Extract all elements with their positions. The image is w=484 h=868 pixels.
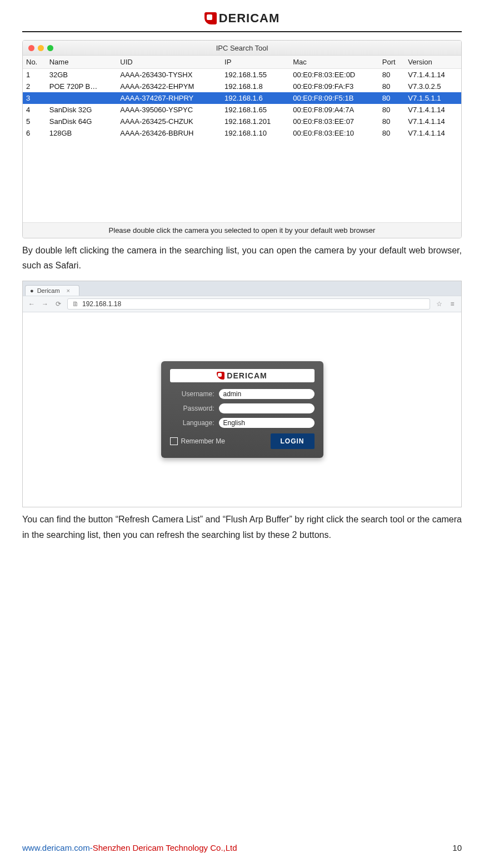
login-button-label: LOGIN (281, 437, 305, 445)
table-row[interactable]: 3AAAA-374267-RHPRY192.168.1.600:E0:F8:09… (23, 92, 461, 104)
cell-no: 2 (23, 81, 46, 92)
table-row[interactable]: 2POE 720P B…AAAA-263422-EHPYM192.168.1.8… (23, 81, 461, 92)
brand-logo: DERICAM (204, 11, 280, 26)
window-title: IPC Search Tool (23, 44, 461, 52)
cell-name: SanDisk 64G (46, 116, 117, 127)
cell-ip: 192.168.1.6 (221, 92, 290, 104)
browser-tabbar: ● Dericam × (23, 281, 461, 296)
ipc-hint: Please double click the camera you selec… (23, 222, 461, 238)
window-controls (23, 45, 53, 51)
table-row[interactable]: 4SanDisk 32GAAAA-395060-YSPYC192.168.1.6… (23, 104, 461, 116)
cell-port: 80 (379, 69, 405, 81)
cell-port: 80 (379, 92, 405, 104)
cell-ver: V7.1.4.1.14 (405, 69, 461, 81)
remember-me[interactable]: Remember Me (170, 437, 225, 445)
username-value: admin (223, 390, 242, 398)
tab-close-icon[interactable]: × (67, 287, 70, 294)
cell-no: 1 (23, 69, 46, 81)
tab-title: Dericam (37, 287, 60, 294)
login-panel: DERICAM Username: admin Password: Langua… (161, 361, 323, 458)
cell-ver: V7.1.5.1.1 (405, 92, 461, 104)
username-label: Username: (170, 390, 214, 398)
cell-no: 6 (23, 127, 46, 139)
cell-name: POE 720P B… (46, 81, 117, 92)
page-header: DERICAM (22, 11, 462, 27)
header-divider (22, 31, 462, 32)
paragraph-1: By double left clicking the camera in th… (22, 243, 462, 273)
minimize-icon[interactable] (38, 45, 44, 51)
cell-port: 80 (379, 104, 405, 116)
nav-forward-icon[interactable]: → (41, 300, 49, 308)
remember-label: Remember Me (181, 437, 225, 445)
language-label: Language: (170, 419, 214, 427)
address-url: 192.168.1.18 (82, 300, 121, 308)
column-header[interactable]: Name (46, 56, 117, 69)
column-header[interactable]: IP (221, 56, 290, 69)
cell-ip: 192.168.1.10 (221, 127, 290, 139)
cell-mac: 00:E0:F8:03:EE:0D (290, 69, 379, 81)
cell-mac: 00:E0:F8:09:FA:F3 (290, 81, 379, 92)
table-row[interactable]: 132GBAAAA-263430-TYSHX192.168.1.5500:E0:… (23, 69, 461, 81)
brand-text: DERICAM (219, 11, 280, 26)
cell-uid: AAAA-263422-EHPYM (117, 81, 221, 92)
column-header[interactable]: No. (23, 56, 46, 69)
language-value: English (223, 419, 245, 427)
cell-uid: AAAA-374267-RHPRY (117, 92, 221, 104)
menu-icon[interactable]: ≡ (448, 300, 457, 308)
page-footer: www.dericam.com-Shenzhen Dericam Technol… (22, 843, 462, 852)
bookmark-icon[interactable]: ☆ (435, 300, 443, 308)
cell-ver: V7.3.0.2.5 (405, 81, 461, 92)
cell-uid: AAAA-263430-TYSHX (117, 69, 221, 81)
login-brand-text: DERICAM (227, 371, 267, 380)
cell-mac: 00:E0:F8:09:A4:7A (290, 104, 379, 116)
column-header[interactable]: Port (379, 56, 405, 69)
cell-ip: 192.168.1.201 (221, 116, 290, 127)
cell-mac: 00:E0:F8:03:EE:07 (290, 116, 379, 127)
browser-tab[interactable]: ● Dericam × (25, 285, 79, 296)
cell-ver: V7.1.4.1.14 (405, 116, 461, 127)
username-input[interactable]: admin (219, 389, 315, 399)
cell-ip: 192.168.1.65 (221, 104, 290, 116)
cell-no: 5 (23, 116, 46, 127)
window-titlebar: IPC Search Tool (23, 41, 461, 56)
login-button[interactable]: LOGIN (271, 433, 315, 449)
cell-ip: 192.168.1.8 (221, 81, 290, 92)
camera-table: No.NameUIDIPMacPortVersion 132GBAAAA-263… (23, 56, 461, 139)
table-row[interactable]: 5SanDisk 64GAAAA-263425-CHZUK192.168.1.2… (23, 116, 461, 127)
cell-name: SanDisk 32G (46, 104, 117, 116)
cell-name: 32GB (46, 69, 117, 81)
page-number: 10 (452, 843, 462, 852)
brand-mark-icon (217, 372, 224, 380)
cell-no: 4 (23, 104, 46, 116)
password-input[interactable] (219, 403, 315, 413)
browser-window: ● Dericam × ← → ⟳ 🗎 192.168.1.18 ☆ ≡ DER… (22, 281, 462, 507)
cell-name: 128GB (46, 127, 117, 139)
browser-toolbar: ← → ⟳ 🗎 192.168.1.18 ☆ ≡ (23, 296, 461, 312)
cell-no: 3 (23, 92, 46, 104)
maximize-icon[interactable] (47, 45, 53, 51)
cell-port: 80 (379, 116, 405, 127)
nav-back-icon[interactable]: ← (27, 300, 36, 308)
login-brand: DERICAM (170, 369, 315, 382)
table-row[interactable]: 6128GBAAAA-263426-BBRUH192.168.1.1000:E0… (23, 127, 461, 139)
column-header[interactable]: Version (405, 56, 461, 69)
login-page: DERICAM Username: admin Password: Langua… (23, 312, 461, 507)
remember-checkbox[interactable] (170, 437, 178, 445)
cell-port: 80 (379, 81, 405, 92)
page-icon: 🗎 (72, 300, 79, 308)
cell-uid: AAAA-263425-CHZUK (117, 116, 221, 127)
cell-ver: V7.1.4.1.14 (405, 104, 461, 116)
address-bar[interactable]: 🗎 192.168.1.18 (67, 298, 430, 310)
close-icon[interactable] (28, 45, 34, 51)
footer-left: www.dericam.com-Shenzhen Dericam Technol… (22, 843, 237, 852)
tab-favicon-icon: ● (30, 287, 34, 294)
language-select[interactable]: English (219, 418, 315, 428)
nav-reload-icon[interactable]: ⟳ (54, 300, 63, 308)
column-header[interactable]: UID (117, 56, 221, 69)
footer-site: www.dericam.com (22, 843, 90, 852)
cell-uid: AAAA-395060-YSPYC (117, 104, 221, 116)
cell-ip: 192.168.1.55 (221, 69, 290, 81)
cell-name (46, 92, 117, 104)
ipc-search-tool-window: IPC Search Tool No.NameUIDIPMacPortVersi… (22, 40, 462, 238)
column-header[interactable]: Mac (290, 56, 379, 69)
